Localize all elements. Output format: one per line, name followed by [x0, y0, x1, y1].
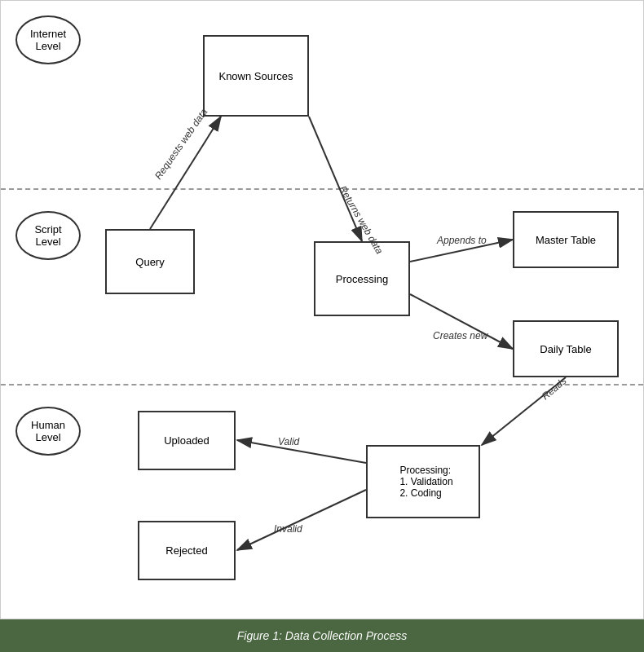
creates-new-label: Creates new [433, 330, 489, 341]
divider-script-human [1, 384, 643, 385]
svg-line-7 [237, 490, 366, 550]
svg-line-1 [150, 117, 221, 229]
daily-table-box: Daily Table [513, 320, 619, 377]
svg-line-5 [482, 377, 566, 445]
internet-level-label: Internet Level [15, 15, 81, 64]
invalid-label: Invalid [274, 523, 302, 535]
human-level-label: Human Level [15, 407, 81, 456]
svg-line-6 [237, 440, 366, 463]
requests-web-data-label: Requests web data [152, 106, 210, 181]
rejected-box: Rejected [138, 521, 236, 580]
svg-line-4 [410, 294, 513, 349]
processing-script-box: Processing [314, 241, 410, 316]
caption-text: Figure 1: Data Collection Process [237, 629, 408, 642]
processing-human-box: Processing: 1. Validation 2. Coding [366, 445, 480, 518]
divider-internet-script [1, 188, 643, 190]
svg-line-2 [309, 117, 362, 241]
appends-to-label: Appends to [436, 235, 487, 246]
query-box: Query [105, 229, 195, 294]
known-sources-box: Known Sources [203, 35, 309, 117]
svg-line-3 [410, 240, 513, 262]
valid-label: Valid [278, 436, 300, 447]
master-table-box: Master Table [513, 211, 619, 268]
uploaded-box: Uploaded [138, 411, 236, 470]
script-level-label: Script Level [15, 211, 81, 260]
diagram-container: Internet Level Script Level Human Level … [0, 0, 644, 619]
caption-bar: Figure 1: Data Collection Process [0, 619, 644, 652]
reads-label: Reads [540, 375, 569, 402]
